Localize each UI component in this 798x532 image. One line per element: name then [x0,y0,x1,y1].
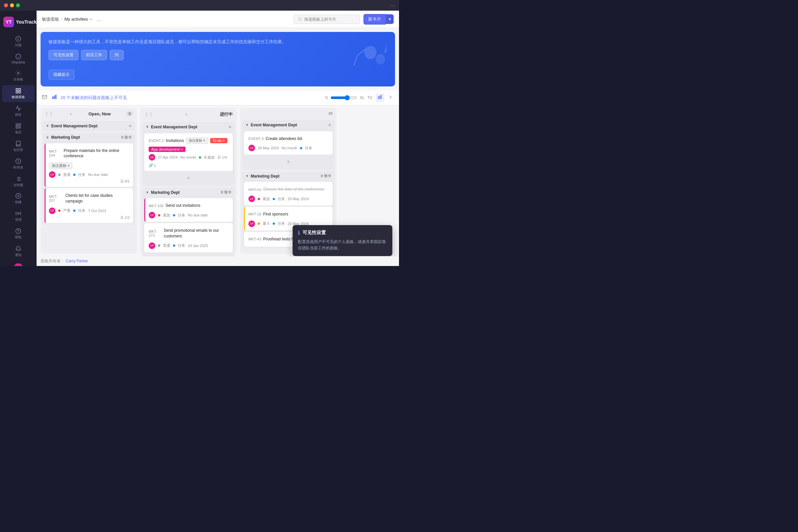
sidebar-item-projects[interactable]: 项目 [2,120,35,137]
group-header-marketing-col1[interactable]: ▼ Marketing Dept 8 张卡 [42,133,135,142]
help-btn[interactable]: 帮助 [2,225,35,242]
type-label-event3: 任务 [305,146,312,151]
chart-icon[interactable] [52,94,57,101]
card-mkt-257[interactable]: MKT-257 Clients list for case studies ca… [44,188,133,223]
attachment-event2: 🔗 1 [149,163,156,168]
main-content: 敏捷面板 / My activities ... 新卡片 ▾ [37,11,399,266]
sidebar-item-agile[interactable]: 敏捷面板 [2,85,35,102]
column-collapse-icon-2[interactable]: ‹ [186,112,187,117]
card-mkt-109[interactable]: MKT-109 Send out invitations CP 紧急 任务 [144,198,233,222]
card-id-mkt43: MKT-43 [248,237,261,241]
card-id-mkt16: MKT-16 [248,212,261,216]
card-tags-event2: App development × [149,147,229,152]
group-name-marketing-col1: Marketing Dept [51,135,80,140]
group-header-event-col2[interactable]: ▼ Event Management Dept + [142,122,235,132]
sidebar-item-gantt[interactable]: 甘特图 [2,173,35,190]
visibility-settings-btn[interactable]: 可见性设置 [49,50,78,60]
tag-star-mkt104[interactable]: 加注星标 × [49,162,73,169]
type-label-mkt109: 任务 [178,213,185,218]
notify-btn[interactable]: 通知 [2,243,35,260]
card-mkt-273[interactable]: MKT-273 Send promotional emails to our c… [144,223,233,252]
sidebar-item-timesheet[interactable]: 时间表 [2,156,35,173]
sidebar-item-issues[interactable]: 问题 [2,33,35,50]
group-header-event-col3[interactable]: ▼ Event Management Dept + [242,120,335,130]
new-card-button-group: 新卡片 ▾ [363,14,394,25]
group-add-event-col2-btn[interactable]: + [228,124,231,130]
view-icons [376,93,395,102]
logo-icon: YT [3,17,14,27]
backlog-btn[interactable]: 积压工作 [81,50,107,60]
manage-btn[interactable]: 管理 [2,208,35,225]
create-btn[interactable]: 创建 [2,190,35,207]
tooltip-title: 可见性设置 [303,230,326,236]
email-icon[interactable] [41,93,49,102]
add-card-event-col3-btn[interactable]: + [244,157,332,168]
column-collapse-icon[interactable]: ‹ [70,111,72,116]
type-dot-event3 [300,147,302,149]
tag-star-event2[interactable]: 加注星标 × [186,137,208,144]
new-card-dropdown-btn[interactable]: ▾ [386,14,394,24]
size-range-input[interactable] [330,95,357,100]
svg-point-10 [19,127,21,128]
logo-text: YouTrack [16,19,37,25]
group-toggle-event-col2: ▼ [146,125,149,129]
group-header-event-col1[interactable]: ▼ Event Management Dept + [42,121,135,131]
group-header-marketing-col2[interactable]: ▼ Marketing Dept 8 张卡 [142,188,235,197]
footer-owner-link[interactable]: Carry Parker [65,259,88,263]
sidebar-item-helpdesk[interactable]: Helpdesk [2,51,35,67]
sidebar-item-knowledge[interactable]: 知识库 [2,138,35,155]
search-box[interactable] [293,15,360,24]
list-btn[interactable]: 列 [110,50,124,60]
column-drag-handle[interactable]: ⋮⋮ [44,111,53,116]
group-header-marketing-col3[interactable]: ▼ Marketing Dept 8 张卡 [242,172,335,180]
sidebar-item-dashboard[interactable]: 仪表板 [2,68,35,84]
card-title-mkt16: Find sponsors [263,211,288,217]
new-card-btn[interactable]: 新卡片 [363,14,386,25]
close-window-btn[interactable] [4,3,8,7]
progress-mkt257: ☰ 1/2 [120,215,130,220]
card-mkt-104[interactable]: MKT-104 Prepare materials for the online… [44,143,133,187]
priority-dot-mkt16 [258,223,260,225]
card-avatar-mkt109: CP [149,212,155,218]
sidebar-logo[interactable]: YT YouTrack [0,14,37,30]
card-title-event3: Create attendees list [266,136,302,141]
window-more-icon[interactable]: ⋯ [390,2,395,8]
card-event-2[interactable]: EVENT-2 Invitations 加注星标 × To do × App d… [144,133,233,171]
tooltip-info-icon: ℹ [298,230,300,236]
add-card-event-col2-btn[interactable]: + [144,173,233,184]
maximize-window-btn[interactable] [16,3,20,7]
hide-banner-btn[interactable]: 隐藏提示 [49,70,75,80]
group-name-event-col2: Event Management Dept [151,125,197,129]
group-toggle-mkt-col2: ▼ [146,191,149,194]
card-mkt-12[interactable]: MKT-12 Choose the date of the conference… [244,182,332,206]
search-input[interactable] [304,17,356,22]
card-id-mkt12: MKT-12 [248,188,261,191]
group-marketing-col2: ▼ Marketing Dept 8 张卡 MKT-109 Send out i… [142,188,235,256]
group-add-event-col3-btn[interactable]: + [328,122,331,128]
sidebar-item-reports[interactable]: 报告 [2,103,35,120]
breadcrumb-current-label: My activities [64,17,88,22]
column-drag-handle-2[interactable]: ⋮⋮ [144,112,153,117]
progress-mkt104: ☰ 0/1 [120,179,130,184]
user-profile-btn[interactable]: CP Carry Parker [2,261,35,266]
type-dot-mkt257 [73,209,75,212]
type-dot-mkt273 [173,244,175,247]
add-card-mkt-col2-btn[interactable]: + [144,254,233,256]
svg-rect-6 [19,92,21,93]
date-mkt273: 24 Jan 2025 [188,244,208,248]
issues-number: 20 [60,95,65,100]
tag-todo-event2[interactable]: To do × [210,138,227,143]
group-add-card-btn[interactable]: + [129,123,132,129]
card-id-event3: EVENT-3 [248,137,264,141]
card-event-3[interactable]: EVENT-3 Create attendees list CP 28 May … [244,131,332,155]
user-avatar: CP [14,263,23,266]
settings-view-icon[interactable] [386,93,395,102]
svg-rect-32 [54,96,55,99]
priority-dot-event2 [199,156,201,158]
minimize-window-btn[interactable] [10,3,14,7]
breadcrumb-parent[interactable]: 敏捷面板 [42,16,59,22]
bar-chart-view-icon[interactable] [376,93,384,102]
breadcrumb-current[interactable]: My activities [64,17,93,22]
tag-appdev-event2[interactable]: App development × [149,147,186,152]
header-more-icon[interactable]: ... [95,15,102,24]
